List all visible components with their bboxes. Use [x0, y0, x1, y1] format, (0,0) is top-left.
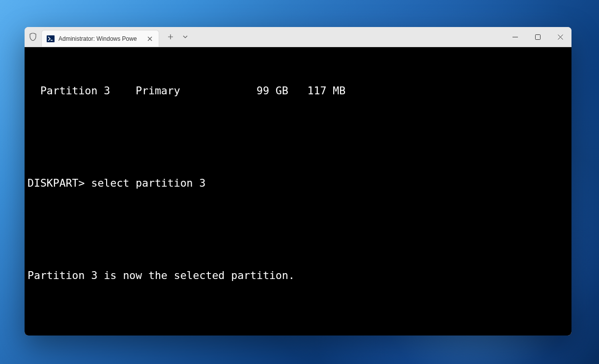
- partition-table-row: Partition 3 Primary 99 GB 117 MB: [28, 83, 569, 99]
- maximize-button[interactable]: [526, 27, 549, 47]
- window-controls: [504, 27, 571, 47]
- blank-line: [28, 223, 569, 236]
- admin-shield-icon: [25, 33, 41, 41]
- titlebar[interactable]: Administrator: Windows Powe: [25, 27, 571, 47]
- terminal-output[interactable]: Partition 3 Primary 99 GB 117 MB DISKPAR…: [25, 47, 571, 336]
- close-tab-icon[interactable]: [146, 35, 154, 43]
- active-tab[interactable]: Administrator: Windows Powe: [41, 30, 159, 47]
- diskpart-prompt: DISKPART>: [28, 177, 91, 189]
- tab-dropdown-button[interactable]: [178, 29, 193, 44]
- blank-line: [28, 315, 569, 329]
- terminal-window: Administrator: Windows Powe: [25, 27, 571, 336]
- new-tab-button[interactable]: [163, 29, 178, 44]
- svg-rect-7: [535, 34, 540, 39]
- command-text: select partition 3: [91, 177, 205, 189]
- minimize-button[interactable]: [504, 27, 526, 47]
- tab-title: Administrator: Windows Powe: [58, 35, 143, 42]
- output-line: Partition 3 is now the selected partitio…: [28, 268, 569, 283]
- command-line: DISKPART> select partition 3: [28, 175, 569, 191]
- blank-line: [28, 130, 569, 143]
- powershell-icon: [47, 35, 55, 43]
- close-window-button[interactable]: [549, 27, 571, 47]
